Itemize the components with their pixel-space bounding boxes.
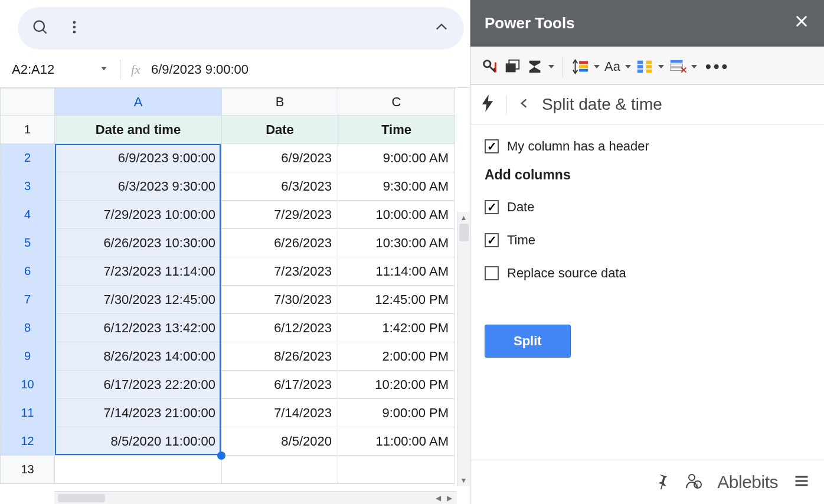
name-box[interactable]: A2:A12	[12, 62, 109, 77]
cell[interactable]: 9:00:00 PM	[338, 399, 455, 427]
cell[interactable]: 11:00:00 AM	[338, 427, 455, 456]
cell[interactable]: Date	[222, 116, 338, 144]
row-header[interactable]: 8	[1, 314, 55, 342]
cell[interactable]: 7/29/2023	[222, 201, 338, 229]
more-vert-icon[interactable]	[66, 19, 83, 38]
scroll-left-icon[interactable]: ◀	[436, 494, 441, 502]
horizontal-scroll-thumb[interactable]	[58, 494, 105, 502]
cell[interactable]: 8/5/2020 11:00:00	[55, 427, 222, 456]
svg-point-3	[73, 26, 76, 29]
row-header[interactable]: 3	[1, 172, 55, 201]
checkbox-time[interactable]: Time	[485, 233, 810, 248]
cell[interactable]: 7/29/2023 10:00:00	[55, 201, 222, 229]
bolt-icon[interactable]	[481, 94, 494, 114]
pin-icon[interactable]	[653, 473, 670, 492]
cell[interactable]: 2:00:00 PM	[338, 342, 455, 371]
checkbox-date[interactable]: Date	[485, 199, 810, 215]
close-icon[interactable]	[793, 13, 810, 34]
separator	[506, 95, 506, 114]
horizontal-scrollbar[interactable]: ◀ ▶	[54, 491, 457, 504]
svg-rect-24	[671, 60, 683, 63]
cell[interactable]: 1:42:00 PM	[338, 314, 455, 342]
cell[interactable]: 10:30:00 AM	[338, 229, 455, 257]
scroll-down-icon[interactable]: ▼	[460, 474, 467, 486]
row-header[interactable]: 9	[1, 342, 55, 371]
cell[interactable]: 6/3/2023 9:30:00	[55, 172, 222, 201]
cell[interactable]: 8/26/2023 14:00:00	[55, 342, 222, 371]
cell[interactable]: 12:45:00 PM	[338, 286, 455, 314]
sigma-icon[interactable]	[526, 58, 554, 76]
split-button[interactable]: Split	[485, 325, 571, 358]
row-header[interactable]: 13	[1, 456, 55, 484]
cell[interactable]: 10:00:00 AM	[338, 201, 455, 229]
key-column-icon[interactable]	[481, 58, 499, 76]
caret-down-icon[interactable]	[99, 62, 109, 77]
cell[interactable]: 6/17/2023	[222, 371, 338, 399]
cell[interactable]: 6/9/2023	[222, 144, 338, 172]
search-icon[interactable]	[32, 19, 48, 38]
remove-table-icon[interactable]: ✕	[669, 58, 697, 76]
cell[interactable]: 6/26/2023 10:30:00	[55, 229, 222, 257]
panel-breadcrumb: Split date & time	[470, 85, 824, 125]
cell[interactable]	[338, 456, 455, 484]
formula-input[interactable]: 6/9/2023 9:00:00	[151, 62, 248, 77]
row-header[interactable]: 4	[1, 201, 55, 229]
row-header[interactable]: 7	[1, 286, 55, 314]
cell[interactable]: 7/23/2023 11:14:00	[55, 257, 222, 286]
row-header[interactable]: 5	[1, 229, 55, 257]
scroll-up-icon[interactable]: ▲	[460, 212, 467, 224]
cell[interactable]: 7/14/2023	[222, 399, 338, 427]
row-header[interactable]: 10	[1, 371, 55, 399]
row-header[interactable]: 12	[1, 427, 55, 456]
cell[interactable]: 6/9/2023 9:00:00	[55, 144, 222, 172]
cell[interactable]: 6/26/2023	[222, 229, 338, 257]
vertical-scroll-thumb[interactable]	[459, 224, 469, 241]
row-header[interactable]: 11	[1, 399, 55, 427]
cell[interactable]: 6/12/2023 13:42:00	[55, 314, 222, 342]
col-header-a[interactable]: A	[55, 89, 222, 116]
cell[interactable]: 9:30:00 AM	[338, 172, 455, 201]
row-header[interactable]: 6	[1, 257, 55, 286]
sort-colors-icon[interactable]	[571, 58, 600, 76]
row-header[interactable]: 2	[1, 144, 55, 172]
scroll-right-icon[interactable]: ▶	[447, 494, 452, 502]
cell[interactable]	[222, 456, 338, 484]
select-all-cell[interactable]	[1, 89, 55, 116]
divider	[120, 60, 120, 80]
checkbox-icon	[485, 139, 499, 153]
row-header[interactable]: 1	[1, 116, 55, 144]
menu-icon[interactable]	[793, 473, 810, 492]
cell[interactable]: Date and time	[55, 116, 222, 144]
split-table-icon[interactable]	[636, 58, 664, 76]
chevron-left-icon[interactable]	[518, 94, 530, 114]
cell[interactable]: 9:00:00 AM	[338, 144, 455, 172]
dedupe-icon[interactable]	[503, 58, 521, 76]
cell[interactable]: 8/5/2020	[222, 427, 338, 456]
cell[interactable]: 7/30/2023	[222, 286, 338, 314]
checkbox-has-header[interactable]: My column has a header	[485, 139, 810, 154]
checkbox-replace-source[interactable]: Replace source data	[485, 266, 810, 281]
chevron-up-icon[interactable]	[433, 19, 450, 38]
cell[interactable]: 7/23/2023	[222, 257, 338, 286]
cell[interactable]: 7/30/2023 12:45:00	[55, 286, 222, 314]
cell[interactable]: 7/14/2023 21:00:00	[55, 399, 222, 427]
grid[interactable]: A B C 1 Date and time Date Time 26/9/202…	[0, 88, 455, 484]
cell[interactable]: 10:20:00 PM	[338, 371, 455, 399]
name-box-value: A2:A12	[12, 62, 54, 77]
cell[interactable]: 6/3/2023	[222, 172, 338, 201]
col-header-b[interactable]: B	[222, 89, 338, 116]
cell[interactable]: 6/17/2023 22:20:00	[55, 371, 222, 399]
cell[interactable]: 11:14:00 AM	[338, 257, 455, 286]
text-case-icon[interactable]: Aa	[604, 59, 631, 74]
cell[interactable]: Time	[338, 116, 455, 144]
cell[interactable]: 6/12/2023	[222, 314, 338, 342]
user-info-icon[interactable]: i	[685, 473, 702, 492]
cell[interactable]	[55, 456, 222, 484]
more-horiz-icon[interactable]: •••	[702, 57, 733, 76]
spreadsheet-pane: A2:A12 fx 6/9/2023 9:00:00 A B C	[0, 0, 470, 504]
checkbox-icon	[485, 233, 499, 247]
vertical-scrollbar[interactable]: ▲ ▼	[457, 212, 470, 486]
grid-wrap: A B C 1 Date and time Date Time 26/9/202…	[0, 88, 470, 504]
cell[interactable]: 8/26/2023	[222, 342, 338, 371]
col-header-c[interactable]: C	[338, 89, 455, 116]
